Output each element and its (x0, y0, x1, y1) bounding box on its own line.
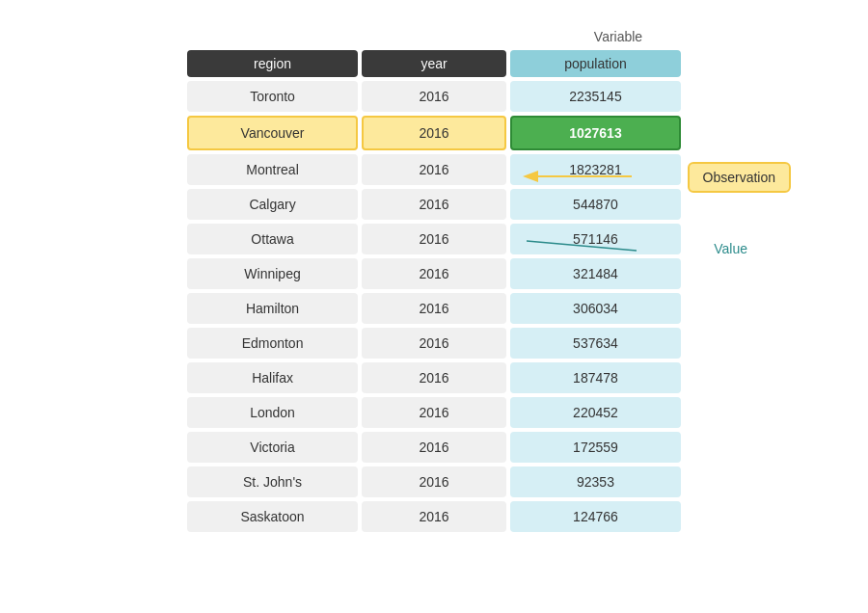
cell-population: 537634 (510, 328, 681, 359)
cell-region: Winnipeg (187, 258, 358, 289)
cell-year: 2016 (362, 328, 506, 359)
table-wrapper: Variable region year population Toronto2… (19, 29, 849, 536)
cell-region: Saskatoon (187, 501, 358, 532)
cell-year: 2016 (362, 189, 506, 220)
cell-population: 544870 (510, 189, 681, 220)
page-container: Variable region year population Toronto2… (19, 19, 849, 536)
cell-region: Montreal (187, 154, 358, 185)
cell-region: St. John's (187, 466, 358, 497)
value-label: Value (714, 241, 747, 256)
cell-population: 1823281 (510, 154, 681, 185)
cell-region: Hamilton (187, 293, 358, 324)
table-row: Halifax2016187478 (187, 362, 681, 393)
table-row: Edmonton2016537634 (187, 328, 681, 359)
cell-region: Halifax (187, 362, 358, 393)
table-body: Toronto20162235145Vancouver20161027613Mo… (187, 81, 681, 532)
cell-year: 2016 (362, 397, 506, 428)
cell-region: Edmonton (187, 328, 358, 359)
table-row: Victoria2016172559 (187, 432, 681, 463)
cell-population: 92353 (510, 466, 681, 497)
cell-year: 2016 (362, 362, 506, 393)
population-header: population (510, 50, 681, 77)
cell-population: 124766 (510, 501, 681, 532)
cell-year: 2016 (362, 501, 506, 532)
cell-year: 2016 (362, 154, 506, 185)
table-row: Hamilton2016306034 (187, 293, 681, 324)
cell-year: 2016 (362, 81, 506, 112)
cell-region: Toronto (187, 81, 358, 112)
table-row: Toronto20162235145 (187, 81, 681, 112)
cell-region: Victoria (187, 432, 358, 463)
observation-box: Observation (688, 162, 791, 193)
table-row: Saskatoon2016124766 (187, 501, 681, 532)
cell-region: Calgary (187, 189, 358, 220)
table-row: Winnipeg2016321484 (187, 258, 681, 289)
cell-year: 2016 (362, 466, 506, 497)
cell-population: 1027613 (510, 116, 681, 150)
cell-year: 2016 (362, 258, 506, 289)
table-row: Ottawa2016571146 (187, 224, 681, 254)
cell-population: 220452 (510, 397, 681, 428)
table-header-row: region year population (187, 50, 681, 77)
cell-year: 2016 (362, 432, 506, 463)
table-row: Vancouver20161027613 (187, 116, 681, 150)
cell-population: 187478 (510, 362, 681, 393)
table-row: Calgary2016544870 (187, 189, 681, 220)
table-row: London2016220452 (187, 397, 681, 428)
cell-population: 306034 (510, 293, 681, 324)
cell-year: 2016 (362, 224, 506, 254)
cell-year: 2016 (362, 293, 506, 324)
cell-population: 2235145 (510, 81, 681, 112)
cell-year: 2016 (362, 116, 506, 150)
cell-population: 571146 (510, 224, 681, 254)
year-header: year (362, 50, 506, 77)
cell-region: London (187, 397, 358, 428)
cell-population: 172559 (510, 432, 681, 463)
data-table: region year population Toronto2016223514… (183, 46, 685, 536)
region-header: region (187, 50, 358, 77)
table-row: Montreal20161823281 (187, 154, 681, 185)
cell-region: Vancouver (187, 116, 358, 150)
cell-population: 321484 (510, 258, 681, 289)
table-row: St. John's201692353 (187, 466, 681, 497)
variable-label: Variable (594, 29, 642, 44)
cell-region: Ottawa (187, 224, 358, 254)
